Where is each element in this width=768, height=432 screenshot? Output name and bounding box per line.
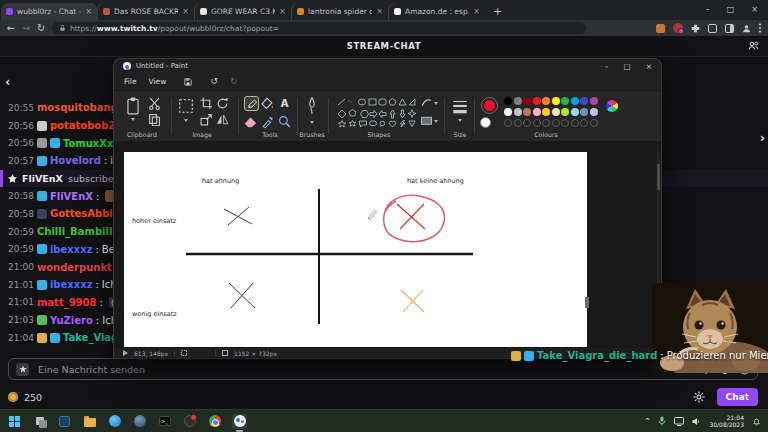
screen-cast-icon[interactable] bbox=[674, 417, 684, 426]
start-button[interactable] bbox=[7, 414, 22, 429]
magnifier-tool-icon[interactable] bbox=[278, 115, 291, 128]
empty-swatch[interactable] bbox=[514, 119, 522, 127]
username[interactable]: matt_9908 bbox=[37, 297, 97, 308]
browser-tab[interactable]: Amazon.de : esp32 gps × bbox=[389, 3, 485, 20]
file-explorer-icon[interactable] bbox=[82, 414, 97, 429]
redo-icon[interactable]: ↻ bbox=[230, 77, 238, 86]
empty-swatch[interactable] bbox=[504, 119, 512, 127]
window-close-button[interactable]: × bbox=[751, 5, 758, 14]
paint-close-button[interactable]: × bbox=[646, 62, 652, 71]
palette-swatch[interactable] bbox=[552, 108, 560, 116]
empty-swatch[interactable] bbox=[552, 119, 560, 127]
username[interactable]: Hovelord bbox=[50, 155, 101, 166]
size-icon[interactable] bbox=[451, 98, 469, 114]
select-dropdown-chevron[interactable] bbox=[184, 119, 188, 122]
palette-swatch[interactable] bbox=[561, 108, 569, 116]
username[interactable]: wonderpunkt bbox=[37, 262, 112, 273]
color-picker-tool-icon[interactable] bbox=[261, 115, 274, 128]
username[interactable]: YuZiero bbox=[50, 315, 93, 326]
palette-swatch[interactable] bbox=[571, 97, 579, 105]
chat-message-input[interactable] bbox=[36, 363, 694, 376]
palette-swatch[interactable] bbox=[514, 108, 522, 116]
menu-file[interactable]: File bbox=[124, 77, 137, 86]
palette-swatch[interactable] bbox=[552, 97, 560, 105]
palette-swatch[interactable] bbox=[504, 108, 512, 116]
username[interactable]: potatobob23 bbox=[50, 120, 122, 131]
profile-icon[interactable] bbox=[742, 24, 751, 33]
shapes-grid[interactable] bbox=[336, 97, 416, 127]
chat-settings-gear-icon[interactable] bbox=[693, 391, 705, 403]
paint-canvas[interactable]: hat ahnung hat keine ahnung hoher einsat… bbox=[124, 152, 587, 350]
save-icon[interactable] bbox=[184, 78, 192, 86]
empty-swatch[interactable] bbox=[523, 119, 531, 127]
reading-list-icon[interactable] bbox=[708, 24, 717, 33]
colour1-selected[interactable] bbox=[481, 97, 498, 114]
shape-outline-chevron[interactable] bbox=[434, 102, 438, 105]
crop-icon[interactable] bbox=[200, 97, 213, 110]
palette-swatch[interactable] bbox=[542, 108, 550, 116]
empty-swatch[interactable] bbox=[542, 119, 550, 127]
tab-close-icon[interactable]: × bbox=[279, 8, 286, 16]
empty-swatch[interactable] bbox=[561, 119, 569, 127]
back-button[interactable]: ← bbox=[7, 23, 15, 33]
text-tool-icon[interactable]: A bbox=[278, 97, 291, 110]
browser-tab[interactable]: lantronia spider online kaufen | × bbox=[292, 3, 388, 20]
app-with-notification-icon[interactable] bbox=[182, 414, 197, 429]
copy-icon[interactable] bbox=[148, 113, 161, 126]
username[interactable]: TomuxXx bbox=[63, 138, 114, 149]
chat-identity-badge-button[interactable] bbox=[16, 363, 29, 376]
taskbar-clock[interactable]: 21:04 30/08/2023 bbox=[709, 414, 744, 428]
window-minimize-button[interactable]: – bbox=[706, 5, 710, 14]
extensions-puzzle-icon[interactable] bbox=[691, 24, 700, 33]
undo-icon[interactable]: ↺ bbox=[210, 77, 218, 86]
resize-icon[interactable] bbox=[200, 113, 213, 126]
edge-browser-icon[interactable] bbox=[107, 414, 122, 429]
palette-swatch[interactable] bbox=[504, 97, 512, 105]
palette-swatch[interactable] bbox=[523, 97, 531, 105]
brushes-dropdown-chevron[interactable] bbox=[310, 121, 314, 124]
new-tab-button[interactable]: + bbox=[493, 6, 502, 17]
forward-button[interactable]: → bbox=[22, 23, 30, 33]
browser-tab[interactable]: GORE WEAR C3 Kurze Herren F × bbox=[195, 3, 291, 20]
tab-close-icon[interactable]: × bbox=[85, 8, 92, 16]
side-panel-icon[interactable] bbox=[725, 24, 734, 33]
browser-tab[interactable]: wubbl0rz - Chat - Twitch × bbox=[1, 3, 97, 20]
palette-swatch[interactable] bbox=[561, 97, 569, 105]
chrome-icon[interactable] bbox=[207, 414, 222, 429]
brushes-icon[interactable] bbox=[304, 97, 320, 115]
speaker-icon[interactable] bbox=[692, 417, 701, 426]
reload-button[interactable]: ↻ bbox=[37, 23, 45, 33]
channel-points[interactable]: 250 bbox=[8, 392, 42, 403]
eraser-tool-icon[interactable] bbox=[244, 115, 257, 128]
paint-maximize-button[interactable]: □ bbox=[624, 62, 631, 71]
palette-swatch[interactable] bbox=[580, 97, 588, 105]
palette-swatch[interactable] bbox=[542, 97, 550, 105]
sub-username[interactable]: FliVEnX bbox=[22, 173, 63, 184]
colour2-swatch[interactable] bbox=[480, 117, 491, 128]
paste-dropdown-chevron[interactable] bbox=[131, 118, 135, 121]
palette-swatch[interactable] bbox=[590, 108, 598, 116]
empty-swatch[interactable] bbox=[533, 119, 541, 127]
tab-close-icon[interactable]: × bbox=[182, 8, 189, 16]
empty-swatch[interactable] bbox=[590, 119, 598, 127]
paste-icon[interactable] bbox=[126, 97, 140, 115]
flip-icon[interactable] bbox=[216, 113, 229, 126]
username[interactable]: ibexxxz bbox=[50, 244, 93, 255]
edit-colours-wheel-icon[interactable] bbox=[606, 100, 618, 112]
empty-swatch[interactable] bbox=[571, 119, 579, 127]
rotate-icon[interactable] bbox=[216, 97, 229, 110]
extension-icon[interactable] bbox=[656, 24, 665, 33]
palette-swatch[interactable] bbox=[590, 97, 598, 105]
palette-swatch[interactable] bbox=[533, 108, 541, 116]
username[interactable]: Chilli_Bambilli bbox=[37, 226, 116, 237]
window-maximize-button[interactable]: □ bbox=[727, 5, 735, 14]
canvas-scrollbar-thumb[interactable] bbox=[585, 297, 589, 308]
shape-fill-icon[interactable] bbox=[420, 114, 433, 127]
profile-avatar-icon[interactable] bbox=[673, 23, 683, 33]
username[interactable]: FliVEnX bbox=[50, 191, 93, 202]
paint-minimize-button[interactable]: – bbox=[605, 62, 609, 71]
palette-swatch[interactable] bbox=[514, 97, 522, 105]
cut-icon[interactable] bbox=[148, 97, 161, 110]
browser-tab[interactable]: Das ROSE BACKROAD GRX RX1 × bbox=[98, 3, 194, 20]
shape-outline-icon[interactable] bbox=[420, 96, 433, 109]
